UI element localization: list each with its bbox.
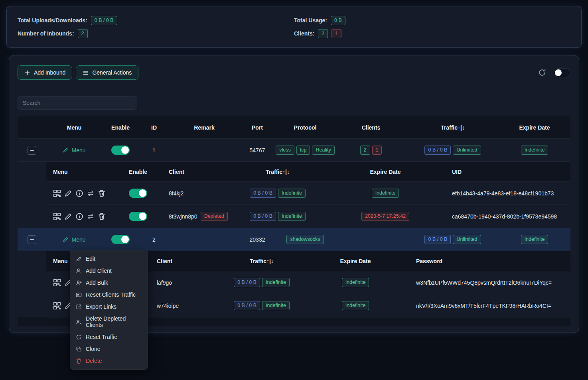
inbound-1-id: 1 xyxy=(139,147,169,154)
depleted-badge: Depleted xyxy=(201,212,228,221)
dark-mode-toggle[interactable] xyxy=(554,68,570,77)
clients-table-1-header: Menu Enable Client Traffic↑|↓ Expire Dat… xyxy=(46,162,570,182)
menu-item-delete[interactable]: Delete xyxy=(70,355,148,367)
menu-item-add-client[interactable]: Add Client xyxy=(70,265,148,277)
inbound-menu-label: Menu xyxy=(71,147,85,154)
col-header-enable: Enable xyxy=(102,124,139,131)
inbound-2-enable-toggle[interactable] xyxy=(111,235,130,244)
info-icon[interactable] xyxy=(75,213,83,221)
menu-item-export-links[interactable]: Export Links xyxy=(70,301,148,313)
qr-code-icon[interactable] xyxy=(53,213,61,221)
client-uid: ca68470b-1940-437d-802b-1f9573e94598 xyxy=(445,213,570,220)
menu-item-reset-clients-traffic[interactable]: Reset Clients Traffic xyxy=(70,289,148,301)
client-row-8f4kj2: 8f4kj2 0 B / 0 B Indefinite Indefinite e… xyxy=(46,182,570,205)
client-enable-toggle[interactable] xyxy=(129,189,147,198)
col-header-traffic-sort[interactable]: Traffic↑|↓ xyxy=(230,169,326,175)
clients-count-badge: 2 xyxy=(360,146,370,155)
clone-icon xyxy=(76,346,82,352)
traffic-badge: 0 B / 0 B xyxy=(234,301,260,310)
col-header-menu: Menu xyxy=(46,124,102,131)
client-name: laf9go xyxy=(150,280,222,286)
menu-item-add-bulk[interactable]: Add Bulk xyxy=(70,277,148,289)
inbound-2-id: 2 xyxy=(139,236,169,243)
edit-icon xyxy=(76,256,82,262)
search-input[interactable] xyxy=(18,96,137,110)
protocol-tag: vless xyxy=(276,146,294,155)
protocol-tag: Reality xyxy=(312,146,334,155)
menu-item-label: Add Bulk xyxy=(86,280,108,286)
traffic-limit-badge: Indefinite xyxy=(262,278,290,287)
menu-item-label: Delete xyxy=(86,358,102,364)
qr-code-icon[interactable] xyxy=(53,279,61,287)
general-actions-button[interactable]: General Actions xyxy=(76,65,138,80)
col-header-password: Password xyxy=(409,258,570,264)
inbound-row-2: Menu 2 20332 shadowsocks 0 B / 0 B Unlim… xyxy=(18,228,570,251)
menu-item-edit[interactable]: Edit xyxy=(70,253,148,265)
menu-item-reset-traffic[interactable]: Reset Traffic xyxy=(70,331,148,343)
menu-item-label: Edit xyxy=(86,256,95,262)
client-name: w74ioipe xyxy=(150,303,222,309)
col-header-clients: Clients xyxy=(335,124,407,131)
client-name: 8f4kj2 xyxy=(162,190,230,197)
refresh-icon[interactable] xyxy=(538,69,546,77)
col-header-enable: Enable xyxy=(114,169,162,175)
col-header-traffic-sort[interactable]: Traffic↑|↓ xyxy=(407,124,499,131)
traffic-badge: 0 B / 0 B xyxy=(250,189,276,198)
stats-right-column: Total Usage: 0 B Clients: 2 1 xyxy=(294,16,570,42)
delete-icon[interactable] xyxy=(98,213,106,221)
collapse-inbound-1-button[interactable] xyxy=(28,146,36,155)
stat-clients: Clients: 2 1 xyxy=(294,29,570,38)
menu-item-delete-depleted-clients[interactable]: Delete Depleted Clients xyxy=(70,313,148,331)
qr-code-icon[interactable] xyxy=(53,302,61,310)
edit-icon[interactable] xyxy=(64,189,72,197)
add-inbound-button[interactable]: Add Inbound xyxy=(18,65,72,80)
traffic-limit-badge: Unlimited xyxy=(453,146,481,155)
expire-badge: Indefinite xyxy=(521,146,549,155)
menu-item-clone[interactable]: Clone xyxy=(70,343,148,355)
collapse-inbound-2-button[interactable] xyxy=(28,235,36,244)
inbound-menu-label: Menu xyxy=(71,236,85,243)
menu-item-label: Reset Traffic xyxy=(86,334,117,340)
edit-icon xyxy=(63,147,69,153)
edit-icon[interactable] xyxy=(64,213,72,221)
traffic-limit-badge: Indefinite xyxy=(278,212,306,221)
menu-item-label: Export Links xyxy=(86,303,116,310)
traffic-badge: 0 B / 0 B xyxy=(424,146,451,155)
reset-traffic-icon[interactable] xyxy=(87,189,95,197)
traffic-limit-badge: Unlimited xyxy=(453,235,481,244)
client-enable-toggle[interactable] xyxy=(129,212,147,221)
inbound-2-menu-button[interactable]: Menu xyxy=(63,236,85,243)
inbound-2-port: 20332 xyxy=(239,236,275,243)
col-header-protocol: Protocol xyxy=(275,124,335,131)
general-actions-label: General Actions xyxy=(92,69,132,76)
col-header-traffic-sort[interactable]: Traffic↑|↓ xyxy=(222,258,302,264)
menu-item-label: Delete Depleted Clients xyxy=(86,315,142,328)
edit-icon xyxy=(63,236,69,242)
inbound-row-1: Menu 1 54767 vless tcp Reality 2 1 0 B /… xyxy=(18,139,570,162)
client-password: nkV/I/3XoAm9v6xMT/T5lcrF4TpeTKF98rHARbRo… xyxy=(409,303,570,309)
reset-traffic-icon[interactable] xyxy=(87,213,95,221)
protocol-tag: tcp xyxy=(296,146,310,155)
info-icon[interactable] xyxy=(75,189,83,197)
stat-clients-depleted-badge: 1 xyxy=(331,29,341,38)
stat-clients-value-badge: 2 xyxy=(318,29,328,38)
add-client-icon xyxy=(76,268,82,274)
stats-left-column: Total Uploads/Downloads: 0 B / 0 B Numbe… xyxy=(18,16,294,42)
col-header-port: Port xyxy=(239,124,275,131)
plus-icon xyxy=(24,70,30,76)
stats-panel: Total Uploads/Downloads: 0 B / 0 B Numbe… xyxy=(6,6,582,48)
delete-depleted-clients-icon xyxy=(76,319,82,325)
stat-inbounds-value-badge: 2 xyxy=(78,29,88,38)
menu-item-label: Add Client xyxy=(86,268,112,274)
stat-total-usage: Total Usage: 0 B xyxy=(294,16,570,25)
traffic-limit-badge: Indefinite xyxy=(278,189,306,198)
delete-icon[interactable] xyxy=(98,189,106,197)
col-header-client: Client xyxy=(162,169,230,175)
expire-badge: Indefinite xyxy=(372,189,399,198)
inbound-1-enable-toggle[interactable] xyxy=(111,146,130,155)
expire-badge: Indefinite xyxy=(342,301,369,310)
stat-usage-value-badge: 0 B xyxy=(331,16,345,25)
add-inbound-label: Add Inbound xyxy=(34,69,65,76)
inbound-1-menu-button[interactable]: Menu xyxy=(63,147,85,154)
qr-code-icon[interactable] xyxy=(53,189,61,197)
